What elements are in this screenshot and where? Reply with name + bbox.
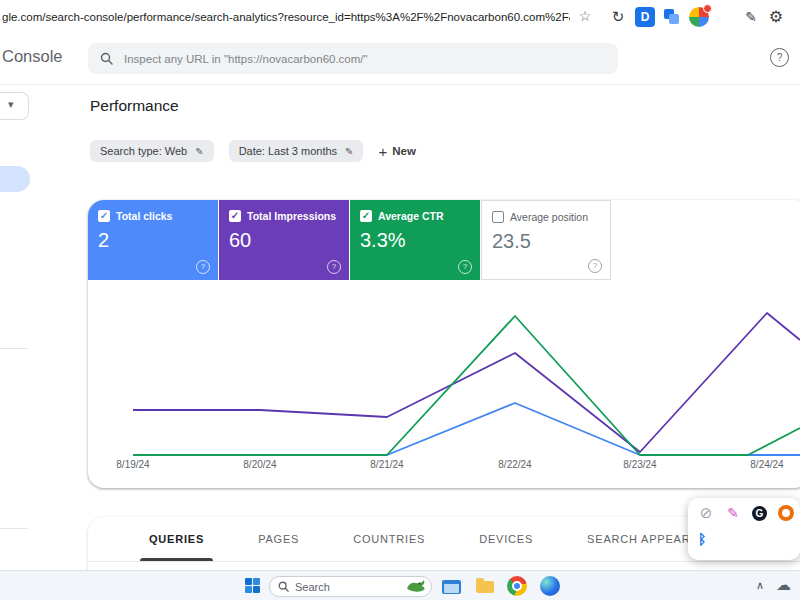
svg-text:8/24/24: 8/24/24 [750, 459, 784, 470]
help-icon[interactable]: ? [327, 260, 341, 274]
metric-label: Average CTR [378, 210, 444, 222]
floating-tool-popup: ⊘ ✎ G ᛒ [688, 498, 800, 560]
search-type-filter-label: Search type: Web [100, 145, 187, 157]
g-badge-icon[interactable]: G [752, 506, 767, 521]
plus-icon: + [378, 143, 387, 160]
url-inspect-bar[interactable] [88, 43, 618, 74]
search-type-filter-chip[interactable]: Search type: Web ✎ [90, 140, 214, 162]
date-filter-chip[interactable]: Date: Last 3 months ✎ [229, 140, 364, 162]
file-explorer-icon[interactable] [442, 580, 461, 594]
d-extension-icon[interactable]: D [635, 7, 655, 27]
tab-pages[interactable]: PAGES [231, 517, 326, 561]
svg-text:8/23/24: 8/23/24 [623, 459, 657, 470]
performance-card: ✓ Total clicks 2 ? ✓ Total Impressions 6… [88, 200, 800, 488]
svg-text:8/19/24: 8/19/24 [116, 459, 150, 470]
blue-squares-extension-icon[interactable] [662, 7, 682, 27]
metric-card-total-impressions[interactable]: ✓ Total Impressions 60 ? [219, 200, 349, 280]
settings-gear-icon[interactable]: ⚙ [766, 7, 786, 27]
filter-bar: Search type: Web ✎ Date: Last 3 months ✎… [90, 140, 416, 162]
edit-pencil-icon[interactable]: ✎ [741, 7, 761, 27]
checkbox-unchecked-icon[interactable] [492, 211, 504, 223]
orange-ring-icon[interactable] [778, 505, 794, 521]
metric-value: 3.3% [360, 229, 470, 252]
metric-label: Total Impressions [247, 210, 336, 222]
bookmark-star-icon[interactable]: ☆ [576, 8, 594, 24]
sidebar-item-performance[interactable] [0, 166, 30, 192]
page-title: Performance [90, 97, 179, 115]
checkbox-checked-icon[interactable]: ✓ [98, 210, 110, 222]
edit-pencil-icon: ✎ [345, 146, 353, 157]
metric-value: 60 [229, 229, 339, 252]
sidebar-divider [0, 528, 28, 529]
pink-pen-icon[interactable]: ✎ [725, 505, 741, 521]
sync-extension-icon[interactable]: ↻ [608, 7, 628, 27]
folder-icon[interactable] [476, 581, 494, 593]
search-highlight-crocodile-icon [405, 579, 427, 594]
help-icon[interactable]: ? [770, 48, 789, 67]
light-blue-square-icon [669, 14, 679, 24]
search-console-logo: Console [2, 47, 63, 66]
sidebar-divider [0, 348, 28, 349]
inspect-url-input[interactable] [122, 52, 606, 66]
taskbar-search-box[interactable]: Search [269, 576, 432, 597]
screen: gle.com/search-console/performance/searc… [0, 0, 800, 600]
tab-queries[interactable]: QUERIES [122, 517, 231, 561]
browser-toolbar: gle.com/search-console/performance/searc… [0, 0, 800, 35]
bluetooth-icon[interactable]: ᛒ [698, 531, 706, 547]
address-bar[interactable]: gle.com/search-console/performance/searc… [2, 0, 570, 34]
tab-countries[interactable]: COUNTRIES [326, 517, 452, 561]
tab-devices[interactable]: DEVICES [452, 517, 560, 561]
checkbox-checked-icon[interactable]: ✓ [360, 210, 372, 222]
help-icon[interactable]: ? [588, 259, 602, 273]
svg-text:8/22/24: 8/22/24 [498, 459, 532, 470]
chrome-icon[interactable] [507, 576, 527, 596]
metric-value: 2 [98, 229, 208, 252]
block-icon[interactable]: ⊘ [698, 505, 714, 521]
date-filter-label: Date: Last 3 months [239, 145, 337, 157]
edge-icon[interactable] [540, 576, 560, 596]
search-icon [278, 581, 289, 592]
new-filter-button[interactable]: + New [378, 143, 415, 160]
checkbox-checked-icon[interactable]: ✓ [229, 210, 241, 222]
svg-text:8/20/24: 8/20/24 [243, 459, 277, 470]
metric-card-total-clicks[interactable]: ✓ Total clicks 2 ? [88, 200, 218, 280]
chevron-down-icon: ▾ [8, 98, 14, 111]
new-filter-label: New [392, 145, 416, 157]
start-button[interactable] [245, 578, 262, 595]
notification-dot [703, 4, 712, 13]
metric-value: 23.5 [492, 230, 600, 253]
metric-card-average-ctr[interactable]: ✓ Average CTR 3.3% ? [350, 200, 480, 280]
metric-label: Total clicks [116, 210, 172, 222]
colorful-extension-icon[interactable] [689, 7, 709, 27]
search-icon [100, 52, 113, 65]
taskbar-search-label: Search [295, 581, 399, 593]
metric-label: Average position [510, 211, 588, 223]
cloud-icon[interactable]: ☁ [776, 576, 791, 594]
help-icon[interactable]: ? [458, 260, 472, 274]
svg-text:8/21/24: 8/21/24 [370, 459, 404, 470]
show-hidden-icons-chevron[interactable]: ∧ [756, 579, 764, 592]
windows-taskbar: Search ∧ ☁ [0, 570, 800, 600]
edit-pencil-icon: ✎ [195, 146, 203, 157]
performance-chart: 8/19/248/20/248/21/248/22/248/23/248/24/… [88, 285, 800, 481]
metric-card-average-position[interactable]: Average position 23.5 ? [481, 200, 611, 280]
help-icon[interactable]: ? [196, 260, 210, 274]
search-console-header: Console ? [0, 34, 800, 85]
property-selector-dropdown[interactable]: ▾ [0, 92, 29, 120]
